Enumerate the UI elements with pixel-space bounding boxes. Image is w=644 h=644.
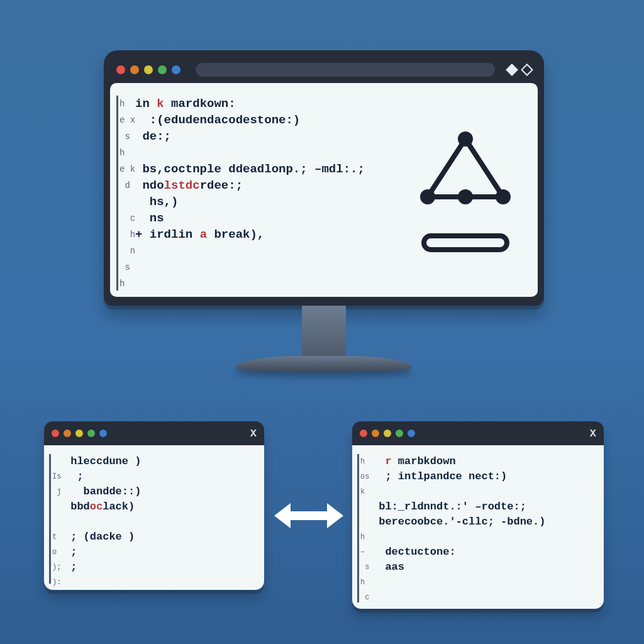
line-gutter: h os k h – s h c h	[357, 454, 372, 602]
close-dot[interactable]	[360, 430, 367, 437]
code-content[interactable]: r marbkdown ; intlpandce nect:) bl:_rldn…	[372, 454, 545, 602]
minimize-dot[interactable]	[130, 65, 139, 74]
diamond-outline-icon[interactable]	[521, 64, 533, 76]
monitor-stand-base	[236, 356, 412, 372]
code-content[interactable]: hleccdune ) ; bandde::) bbdoclack) ; (da…	[64, 454, 141, 584]
line-gutter: Is j t o ); ):	[49, 454, 64, 584]
dot-blue[interactable]	[172, 65, 180, 74]
window-controls[interactable]	[110, 65, 180, 74]
svg-line-1	[465, 139, 503, 197]
bidirectional-arrow-icon	[274, 503, 343, 528]
dot-blue[interactable]	[99, 430, 107, 437]
diagram-panel	[393, 83, 538, 297]
right-code-window: X h os k h – s h c h r marbkdown ; intlp…	[352, 421, 604, 609]
svg-point-6	[496, 189, 511, 204]
minimize-dot[interactable]	[64, 430, 71, 437]
minimize-dot[interactable]	[372, 430, 379, 437]
maximize-dot[interactable]	[87, 430, 95, 437]
titlebar-icons	[508, 65, 538, 74]
svg-point-3	[458, 131, 473, 147]
line-gutter: h e x s h e k d c h n s h	[116, 96, 135, 291]
left-editor-pane: Is j t o ); ): hleccdune ) ; bandde::) b…	[44, 445, 264, 590]
browser-titlebar	[110, 57, 538, 83]
left-code-window: X Is j t o ); ): hleccdune ) ; bandde::)…	[44, 421, 264, 590]
arrow-left-head	[274, 503, 291, 528]
triangle-graph-icon	[412, 128, 519, 216]
close-dot[interactable]	[116, 65, 125, 74]
dot-blue[interactable]	[408, 430, 415, 437]
main-monitor: h e x s h e k d c h n s h in k mardkown:…	[104, 50, 544, 372]
right-window-titlebar: X	[352, 421, 604, 445]
svg-point-4	[420, 189, 435, 204]
right-editor-pane: h os k h – s h c h r marbkdown ; intlpan…	[352, 445, 604, 609]
window-controls[interactable]	[360, 430, 415, 437]
code-area[interactable]: h e x s h e k d c h n s h in k mardkown:…	[110, 83, 393, 297]
left-window-titlebar: X	[44, 421, 264, 445]
svg-line-0	[428, 139, 465, 197]
dot-yellow[interactable]	[384, 430, 391, 437]
maximize-dot[interactable]	[158, 65, 167, 74]
monitor-bezel: h e x s h e k d c h n s h in k mardkown:…	[104, 50, 544, 306]
monitor-stand-neck	[302, 306, 346, 356]
close-icon[interactable]: X	[590, 428, 596, 440]
close-dot[interactable]	[52, 430, 59, 437]
pill-shape-icon	[421, 233, 509, 252]
window-controls[interactable]	[52, 430, 107, 437]
dot-yellow[interactable]	[144, 65, 153, 74]
editor-pane: h e x s h e k d c h n s h in k mardkown:…	[110, 83, 538, 297]
address-bar[interactable]	[196, 63, 495, 77]
diamond-icon[interactable]	[506, 64, 518, 76]
arrow-shaft	[291, 511, 327, 520]
maximize-dot[interactable]	[396, 430, 403, 437]
close-icon[interactable]: X	[250, 428, 257, 440]
code-content[interactable]: in k mardkown: :(edudendacodestone:) de:…	[135, 96, 365, 291]
svg-point-5	[458, 189, 473, 204]
dot-yellow[interactable]	[75, 430, 83, 437]
arrow-right-head	[327, 503, 343, 528]
